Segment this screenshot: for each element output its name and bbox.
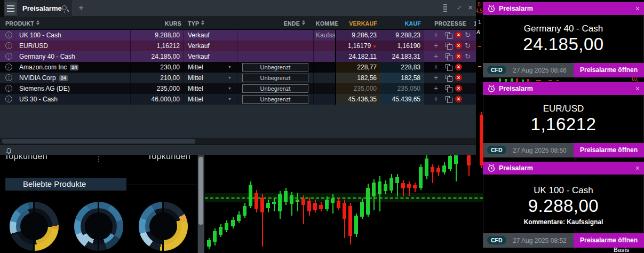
column-header-verkauf[interactable]: VERKAUF xyxy=(336,17,377,30)
typ-cell[interactable]: Verkauf xyxy=(184,30,237,41)
duplicate-icon[interactable] xyxy=(446,96,450,100)
verkauf-cell[interactable]: 228,77 xyxy=(336,62,380,73)
unbegrenzt-button[interactable]: Unbegrenzt xyxy=(242,95,308,104)
table-row[interactable]: ⋮Amazon.com Inc24230,00Mittel▼Unbegrenzt… xyxy=(0,62,476,73)
column-header-kurs[interactable]: KURS xyxy=(131,17,181,30)
kauf-cell[interactable]: 235,050 xyxy=(380,83,424,94)
table-row[interactable]: ⋮NVIDIA Corp24210,00Mittel▼Unbegrenzt182… xyxy=(0,73,476,83)
delete-icon[interactable]: × xyxy=(455,85,462,92)
duplicate-icon[interactable] xyxy=(446,32,450,36)
column-header-produkt[interactable]: PRODUKT xyxy=(5,17,39,30)
row-menu-icon[interactable]: ⋮ xyxy=(5,53,12,60)
window-expand-icon[interactable]: ↕ xyxy=(455,3,463,11)
table-row[interactable]: ⋮Siemens AG (DE)235,000Mittel▼Unbegrenzt… xyxy=(0,83,476,94)
row-menu-icon[interactable]: ⋮ xyxy=(5,64,12,70)
verkauf-cell[interactable]: 24.182,11 xyxy=(336,51,380,62)
duplicate-icon[interactable] xyxy=(446,53,450,58)
table-row[interactable]: ⋮EUR/USD1,16212Verkauf1,16179▼1,16190+×↻ xyxy=(0,41,476,51)
preisalarm-toast-3: Preisalarm×UK 100 - Cash9.288,00Kommenta… xyxy=(483,162,644,248)
add-alarm-icon[interactable]: + xyxy=(432,62,440,72)
verkauf-cell[interactable]: 1,16179▼ xyxy=(336,41,380,51)
delete-icon[interactable]: × xyxy=(455,74,462,81)
kauf-cell[interactable]: 228,83 xyxy=(380,62,424,73)
kauf-cell[interactable]: 24.183,31 xyxy=(380,51,424,62)
unbegrenzt-button[interactable]: Unbegrenzt xyxy=(242,74,308,82)
kauf-cell[interactable]: 182,58 xyxy=(380,73,424,83)
duplicate-icon[interactable] xyxy=(446,64,450,68)
open-preisalarme-button[interactable]: Preisalarme öffnen xyxy=(574,143,644,157)
zoom-icon[interactable] xyxy=(62,5,67,10)
table-horizontal-scrollbar-thumb[interactable] xyxy=(2,139,195,144)
typ-cell[interactable]: Verkauf xyxy=(184,41,237,51)
typ-cell[interactable]: Mittel▼ xyxy=(184,94,237,105)
column-header-kauf[interactable]: KAUF xyxy=(380,17,421,30)
verkauf-cell[interactable]: 9.286,23 xyxy=(336,30,380,41)
kurs-cell: 230,00 xyxy=(131,62,184,73)
typ-cell[interactable]: Mittel▼ xyxy=(184,62,237,73)
table-row[interactable]: ⋮US 30 - Cash46.000,00Mittel▼Unbegrenzt4… xyxy=(0,94,476,105)
row-menu-icon[interactable]: ⋮ xyxy=(5,96,12,102)
kurs-cell: 210,00 xyxy=(131,73,184,83)
dropdown-arrow-icon[interactable]: ▼ xyxy=(228,62,232,73)
toast-close-icon[interactable]: × xyxy=(635,162,640,175)
refresh-icon[interactable]: ↻ xyxy=(465,30,471,41)
duplicate-icon[interactable] xyxy=(446,85,450,90)
row-menu-icon[interactable]: ⋮ xyxy=(5,42,12,49)
open-preisalarme-button[interactable]: Preisalarme öffnen xyxy=(574,233,644,248)
delete-icon[interactable]: × xyxy=(455,64,462,70)
window-drag-handle-icon[interactable] xyxy=(443,4,447,13)
row-menu-icon[interactable]: ⋮ xyxy=(5,74,12,81)
delete-icon[interactable]: × xyxy=(455,53,462,60)
unbegrenzt-button[interactable]: Unbegrenzt xyxy=(242,84,308,93)
delete-icon[interactable]: × xyxy=(455,42,462,49)
product-name: Amazon.com Inc24 xyxy=(19,62,78,73)
row-menu-icon[interactable]: ⋮ xyxy=(5,85,12,92)
donut-chart-3 xyxy=(139,202,188,251)
typ-cell[interactable]: Verkauf xyxy=(184,51,237,62)
open-preisalarme-button[interactable]: Preisalarme öffnen xyxy=(574,63,644,77)
toast-close-icon[interactable]: × xyxy=(635,2,640,15)
add-alarm-icon[interactable]: + xyxy=(432,30,440,40)
candle-body xyxy=(260,197,264,212)
column-header-ende[interactable]: ENDE xyxy=(267,17,305,30)
verkauf-cell[interactable]: 45.436,35 xyxy=(336,94,380,105)
refresh-icon[interactable]: ↻ xyxy=(465,41,471,51)
delete-icon[interactable]: × xyxy=(455,31,462,38)
window-close-icon[interactable]: × xyxy=(468,3,473,12)
kauf-cell[interactable]: 9.288,23 xyxy=(380,30,424,41)
delete-icon[interactable]: × xyxy=(455,96,462,102)
dropdown-arrow-icon[interactable]: ▼ xyxy=(228,94,232,105)
table-row[interactable]: ⋮UK 100 - Cash9.288,00VerkaufKaufss9.286… xyxy=(0,30,476,41)
column-header-prozesse[interactable]: PROZESSE xyxy=(424,17,476,30)
table-row[interactable]: ⋮Germany 40 - Cash24.185,00Verkauf24.182… xyxy=(0,51,476,62)
column-header-typ[interactable]: TYP xyxy=(188,17,204,30)
menu-hamburger-icon[interactable] xyxy=(5,2,17,15)
tab-preisalarme[interactable]: Preisalarme xyxy=(17,0,71,17)
unbegrenzt-button[interactable]: Unbegrenzt xyxy=(242,63,308,72)
add-alarm-icon[interactable]: + xyxy=(432,94,440,104)
refresh-icon[interactable]: ↻ xyxy=(465,51,471,62)
add-tab-button[interactable]: + xyxy=(75,0,88,17)
donut-split-line xyxy=(162,202,164,251)
typ-cell[interactable]: Mittel▼ xyxy=(184,83,237,94)
duplicate-icon[interactable] xyxy=(446,75,450,79)
add-alarm-icon[interactable]: + xyxy=(432,41,440,51)
row-menu-icon[interactable]: ⋮ xyxy=(5,31,12,38)
bell-icon[interactable] xyxy=(5,147,12,154)
panel-drag-dots xyxy=(98,156,99,164)
verkauf-cell[interactable]: 182,56 xyxy=(336,73,380,83)
add-alarm-icon[interactable]: + xyxy=(432,83,440,93)
toast-close-icon[interactable]: × xyxy=(635,82,640,95)
column-header-kommentare[interactable]: KOMME xyxy=(316,17,338,30)
add-alarm-icon[interactable]: + xyxy=(432,73,440,83)
add-alarm-icon[interactable]: + xyxy=(432,51,440,61)
typ-cell[interactable]: Mittel▼ xyxy=(184,73,237,83)
duplicate-icon[interactable] xyxy=(446,43,450,47)
dropdown-arrow-icon[interactable]: ▼ xyxy=(228,83,232,94)
verkauf-cell[interactable]: 235,000 xyxy=(336,83,380,94)
chart-vertical-scrollbar-thumb[interactable] xyxy=(198,157,203,225)
dropdown-arrow-icon[interactable]: ▼ xyxy=(228,73,232,83)
kauf-cell[interactable]: 1,16190 xyxy=(380,41,424,51)
kauf-cell[interactable]: 45.439,65 xyxy=(380,94,424,105)
toast-product: Germany 40 - Cash xyxy=(483,23,643,34)
